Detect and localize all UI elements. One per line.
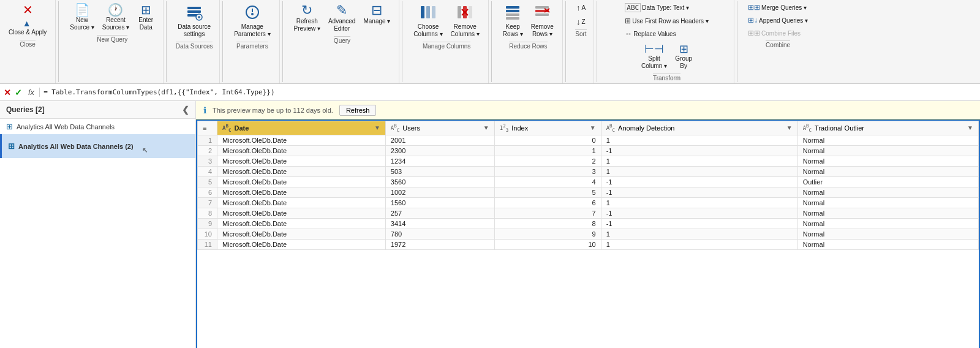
refresh-preview-icon: ↻ xyxy=(301,4,312,17)
svg-rect-21 xyxy=(535,6,549,9)
cell-users: 2001 xyxy=(385,135,494,145)
sidebar-item-query1[interactable]: ⊞ Analytics All Web Data Channels xyxy=(0,119,195,134)
anomaly-type-badge: ABC xyxy=(606,123,615,133)
cell-users: 1972 xyxy=(385,239,494,249)
new-source-icon: 📄 xyxy=(75,4,90,16)
close-apply-button[interactable]: ✕▲ Close & Apply xyxy=(5,1,50,39)
cell-index: 4 xyxy=(494,176,601,187)
split-column-icon: ⊢⊣ xyxy=(644,44,664,55)
svg-rect-10 xyxy=(426,6,430,18)
use-first-row-button[interactable]: ⊞ Use First Row as Headers ▾ xyxy=(622,15,711,27)
row-number: 3 xyxy=(198,156,217,166)
manage-parameters-button[interactable]: ManageParameters ▾ xyxy=(230,1,274,40)
sidebar-collapse-button[interactable]: ❮ xyxy=(182,105,189,115)
manage-button[interactable]: ⊟ Manage ▾ xyxy=(360,1,394,28)
index-filter-icon[interactable]: ▼ xyxy=(590,124,596,131)
cell-anomaly: 1 xyxy=(601,156,797,166)
keep-rows-button[interactable]: KeepRows ▾ xyxy=(499,1,527,40)
group-by-button[interactable]: ⊞ GroupBy xyxy=(671,41,696,72)
recent-sources-icon: 🕐 xyxy=(108,4,123,16)
table-row: 4 Microsoft.OleDb.Date 503 3 1 Normal xyxy=(198,166,979,176)
cell-users: 1560 xyxy=(385,197,494,208)
preview-refresh-button[interactable]: Refresh xyxy=(339,105,377,116)
remove-rows-button[interactable]: RemoveRows ▾ xyxy=(527,1,557,40)
table-menu-icon[interactable]: ≡ xyxy=(203,124,206,132)
data-content: ℹ This preview may be up to 112 days old… xyxy=(196,101,980,348)
col-header-date[interactable]: ABC Date ▼ xyxy=(217,121,386,135)
sidebar-item-query2[interactable]: ⊞ Analytics All Web Data Channels (2) ↖ xyxy=(0,134,195,158)
recent-sources-button[interactable]: 🕐 RecentSources ▾ xyxy=(99,1,133,34)
col-header-users[interactable]: ABC Users ▼ xyxy=(385,121,494,135)
sort-desc-icon: ↓ xyxy=(576,17,581,26)
formula-input[interactable]: = Table.TransformColumnTypes(df1,{{"Inde… xyxy=(43,88,976,96)
split-column-button[interactable]: ⊢⊣ SplitColumn ▾ xyxy=(638,41,671,72)
replace-values-button[interactable]: ↔ Replace Values xyxy=(622,28,711,40)
enter-data-button[interactable]: ⊞ EnterData xyxy=(134,1,158,34)
remove-rows-icon xyxy=(533,4,551,23)
manage-parameters-icon xyxy=(244,4,261,23)
remove-rows-label: RemoveRows ▾ xyxy=(531,23,554,38)
cell-anomaly: -1 xyxy=(601,176,797,187)
query1-label: Analytics All Web Data Channels xyxy=(17,123,115,130)
new-source-button[interactable]: 📄 NewSource ▾ xyxy=(66,1,97,34)
query2-icon: ⊞ xyxy=(8,142,15,151)
outlier-filter-icon[interactable]: ▼ xyxy=(967,124,973,131)
group-combine: ⊞⊞ Merge Queries ▾ ⊞↓ Append Queries ▾ ⊞… xyxy=(740,0,816,83)
cell-outlier: Outlier xyxy=(797,176,978,187)
manage-parameters-label: ManageParameters ▾ xyxy=(234,23,270,38)
svg-rect-0 xyxy=(187,7,201,9)
choose-columns-icon xyxy=(420,4,437,23)
keep-rows-icon xyxy=(504,4,521,23)
cell-index: 9 xyxy=(494,229,601,239)
append-queries-label: Append Queries ▾ xyxy=(759,17,808,24)
group-combine-label: Combine xyxy=(766,40,790,49)
data-source-settings-button[interactable]: Data sourcesettings xyxy=(174,1,214,40)
col-header-index[interactable]: 123 Index ▼ xyxy=(494,121,601,135)
group-close: ✕▲ Close & Apply Close xyxy=(0,0,56,83)
advanced-editor-button[interactable]: ✎ AdvancedEditor xyxy=(325,1,359,35)
preview-info-icon: ℹ xyxy=(203,105,206,115)
cell-date: Microsoft.OleDb.Date xyxy=(217,239,386,249)
anomaly-filter-icon[interactable]: ▼ xyxy=(786,124,793,131)
data-table-container: ≡ ABC Date ▼ xyxy=(196,119,980,348)
group-manage-columns: ChooseColumns ▾ RemoveColumns ▾ Manage C… xyxy=(405,0,489,83)
date-filter-icon[interactable]: ▼ xyxy=(374,124,380,131)
col-header-anomaly[interactable]: ABC Anomaly Detection ▼ xyxy=(601,121,797,135)
table-row: 7 Microsoft.OleDb.Date 1560 6 1 Normal xyxy=(198,197,979,208)
row-number: 4 xyxy=(198,166,217,176)
formula-accept-icon[interactable]: ✓ xyxy=(15,88,22,97)
combine-files-button[interactable]: ⊞⊞ Combine Files xyxy=(745,27,811,39)
formula-cancel-icon[interactable]: ✕ xyxy=(4,88,11,97)
cell-users: 2300 xyxy=(385,145,494,156)
date-col-label: Date xyxy=(234,124,249,132)
append-queries-button[interactable]: ⊞↓ Append Queries ▾ xyxy=(745,14,811,26)
sort-asc-label: A xyxy=(581,4,586,11)
data-type-button[interactable]: ABC Data Type: Text ▾ xyxy=(622,1,711,14)
sort-asc-icon: ↑ xyxy=(576,3,581,12)
col-header-outlier[interactable]: ABC Tradional Outlier ▼ xyxy=(797,121,978,135)
sort-desc-button[interactable]: ↓ Z xyxy=(573,15,589,28)
cell-anomaly: 1 xyxy=(601,135,797,145)
remove-columns-icon xyxy=(456,4,473,23)
cell-date: Microsoft.OleDb.Date xyxy=(217,176,386,187)
group-query-label: Query xyxy=(334,36,350,45)
cell-index: 5 xyxy=(494,187,601,197)
combine-files-label: Combine Files xyxy=(761,30,801,37)
remove-columns-button[interactable]: RemoveColumns ▾ xyxy=(447,1,483,40)
preview-message: This preview may be up to 112 days old. xyxy=(213,107,333,114)
refresh-preview-button[interactable]: ↻ RefreshPreview ▾ xyxy=(290,1,324,35)
close-apply-label: Close & Apply xyxy=(9,29,47,36)
table-row: 10 Microsoft.OleDb.Date 780 9 1 Normal xyxy=(198,229,979,239)
enter-data-icon: ⊞ xyxy=(141,4,151,16)
group-sort: ↑ A ↓ Z Sort xyxy=(568,0,594,83)
cell-outlier: Normal xyxy=(797,156,978,166)
sort-asc-button[interactable]: ↑ A xyxy=(573,1,589,14)
group-query: ↻ RefreshPreview ▾ ✎ AdvancedEditor ⊟ Ma… xyxy=(285,0,400,83)
svg-rect-19 xyxy=(506,13,519,16)
users-filter-icon[interactable]: ▼ xyxy=(483,124,489,131)
cell-users: 503 xyxy=(385,166,494,176)
choose-columns-button[interactable]: ChooseColumns ▾ xyxy=(410,1,446,40)
cell-index: 8 xyxy=(494,218,601,229)
merge-queries-button[interactable]: ⊞⊞ Merge Queries ▾ xyxy=(745,1,811,13)
cell-date: Microsoft.OleDb.Date xyxy=(217,197,386,208)
